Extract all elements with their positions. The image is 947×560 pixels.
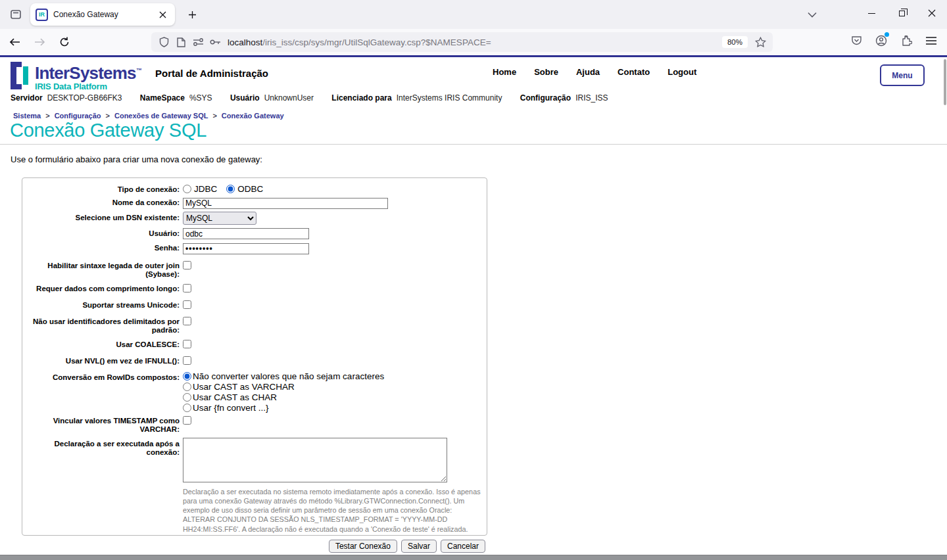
window-controls — [856, 0, 947, 26]
statement-help-text: Declaração a ser executada no sistema re… — [183, 487, 482, 534]
long-data-label: Requer dados com comprimento longo: — [22, 283, 183, 293]
account-notification-dot — [885, 32, 889, 37]
url-bar[interactable]: localhost/iris_iss/csp/sys/mgr/UtilSqlGa… — [151, 32, 773, 52]
breadcrumb-separator: > — [212, 112, 216, 120]
server-info-row: ServidorDESKTOP-GB66FK3 NameSpace%SYS Us… — [11, 93, 623, 103]
save-button[interactable]: Salvar — [401, 540, 437, 553]
firefox-view-icon[interactable] — [5, 5, 26, 24]
restore-icon[interactable] — [886, 0, 917, 26]
post-connect-statement-textarea[interactable] — [183, 438, 447, 482]
rowid-fn-convert-radio[interactable] — [183, 404, 191, 412]
menu-hamburger-icon[interactable] — [921, 30, 942, 51]
intersystems-logo: InterSystems™ IRIS Data Platform — [11, 62, 141, 91]
use-nvl-checkbox[interactable] — [183, 356, 191, 365]
nav-ajuda[interactable]: Ajuda — [576, 67, 600, 77]
tab-title: Conexão Gateway — [53, 10, 155, 19]
dsn-label: Selecione um DSN existente: — [22, 212, 183, 222]
use-coalesce-label: Usar COALESCE: — [22, 338, 183, 349]
zoom-level-badge[interactable]: 80% — [722, 36, 748, 48]
jdbc-radio[interactable] — [183, 185, 191, 193]
browser-tab[interactable]: IR Conexão Gateway — [30, 3, 175, 26]
odbc-radio[interactable] — [226, 185, 235, 193]
legacy-outer-join-label: Habilitar sintaxe legada de outer join (… — [22, 260, 183, 279]
breadcrumb-conexoes-gateway-sql[interactable]: Conexões de Gateway SQL — [114, 112, 208, 120]
window-close-icon[interactable] — [917, 0, 947, 26]
url-text[interactable]: localhost/iris_iss/csp/sys/mgr/UtilSqlGa… — [228, 37, 722, 47]
nav-sobre[interactable]: Sobre — [534, 67, 558, 77]
page-info-icon[interactable] — [172, 34, 189, 51]
permissions-icon[interactable] — [189, 34, 206, 51]
bookmark-star-icon[interactable] — [752, 34, 769, 51]
breadcrumb-configuracao[interactable]: Configuração — [55, 112, 101, 120]
rowid-cast-char-radio[interactable] — [183, 393, 191, 402]
list-all-tabs-icon[interactable] — [802, 5, 822, 24]
taskbar-sliver — [0, 555, 947, 560]
info-value: UnknownUser — [264, 93, 314, 103]
odbc-radio-label: ODBC — [237, 184, 263, 194]
pocket-icon[interactable] — [846, 30, 867, 51]
form-buttons: Testar Conexão Salvar Cancelar — [183, 540, 485, 553]
rowid-option-row: Usar {fn convert ...} — [183, 403, 487, 413]
nav-logout[interactable]: Logout — [668, 67, 696, 77]
account-icon[interactable] — [871, 30, 892, 51]
portal-title: Portal de Administração — [155, 68, 268, 79]
key-icon[interactable] — [206, 34, 224, 51]
password-input[interactable] — [183, 243, 309, 254]
shield-icon[interactable] — [155, 34, 172, 51]
rowid-option-label: Usar CAST as VARCHAR — [193, 382, 295, 392]
logo-subtitle: IRIS Data Platform — [35, 82, 141, 91]
user-input[interactable] — [183, 228, 309, 239]
breadcrumb: Sistema>Configuração>Conexões de Gateway… — [13, 112, 284, 120]
info-value: IRIS_ISS — [575, 93, 608, 103]
password-label: Senha: — [22, 242, 183, 252]
breadcrumb-conexao-gateway[interactable]: Conexão Gateway — [222, 112, 284, 120]
cancel-button[interactable]: Cancelar — [441, 540, 485, 553]
post-connect-statement-label: Declaração a ser executada após a conexã… — [22, 438, 183, 457]
unicode-streams-checkbox[interactable] — [183, 300, 191, 309]
timestamp-varchar-label: Vincular valores TIMESTAMP como VARCHAR: — [22, 415, 183, 434]
page-scrollbar-thumb[interactable] — [944, 59, 946, 105]
nav-home[interactable]: Home — [493, 67, 516, 77]
connection-type-label: Tipo de conexão: — [22, 183, 183, 194]
rowid-conversion-label: Conversão em RowIDs compostos: — [22, 371, 183, 382]
new-tab-icon[interactable] — [183, 5, 201, 24]
breadcrumb-sistema[interactable]: Sistema — [13, 112, 41, 120]
info-value: DESKTOP-GB66FK3 — [47, 93, 122, 103]
top-nav: Home Sobre Ajuda Contato Logout — [493, 67, 696, 77]
info-label: NameSpace — [140, 93, 185, 103]
rowid-cast-varchar-radio[interactable] — [183, 383, 191, 391]
reload-icon[interactable] — [54, 32, 75, 52]
extensions-icon[interactable] — [896, 30, 917, 51]
rowid-option-row: Não converter valores que não sejam cara… — [183, 371, 487, 382]
info-label: Configuração — [520, 93, 571, 103]
back-icon[interactable] — [4, 32, 25, 52]
tab-close-icon[interactable] — [155, 7, 170, 22]
logo-title: InterSystems™ — [35, 62, 141, 82]
connection-name-input[interactable] — [183, 198, 388, 209]
info-label: Licenciado para — [331, 93, 391, 103]
no-delimited-identifiers-label: Não usar identificadores delimitados por… — [22, 315, 183, 335]
portal-page: InterSystems™ IRIS Data Platform Portal … — [0, 57, 947, 555]
test-connection-button[interactable]: Testar Conexão — [329, 540, 397, 553]
no-delimited-identifiers-checkbox[interactable] — [183, 317, 191, 325]
use-nvl-label: Usar NVL() em vez de IFNULL(): — [22, 355, 183, 365]
rowid-option-row: Usar CAST as VARCHAR — [183, 382, 487, 392]
legacy-outer-join-checkbox[interactable] — [183, 261, 191, 269]
info-value: %SYS — [189, 93, 212, 103]
user-label: Usuário: — [22, 227, 183, 238]
breadcrumb-separator: > — [106, 112, 110, 120]
use-coalesce-checkbox[interactable] — [183, 340, 191, 348]
info-label: Servidor — [11, 93, 43, 103]
dsn-select[interactable]: MySQL — [183, 212, 256, 225]
intersystems-logo-icon — [11, 62, 30, 89]
rowid-option-row: Usar CAST as CHAR — [183, 392, 487, 403]
connection-name-label: Nome da conexão: — [22, 197, 183, 207]
forward-icon[interactable] — [29, 32, 50, 52]
form-intro-text: Use o formulário abaixo para criar uma n… — [11, 154, 262, 164]
menu-button[interactable]: Menu — [880, 64, 925, 86]
minimize-icon[interactable] — [856, 0, 886, 26]
rowid-no-convert-radio[interactable] — [183, 372, 191, 381]
long-data-checkbox[interactable] — [183, 284, 191, 292]
timestamp-varchar-checkbox[interactable] — [183, 416, 191, 425]
nav-contato[interactable]: Contato — [618, 67, 650, 77]
